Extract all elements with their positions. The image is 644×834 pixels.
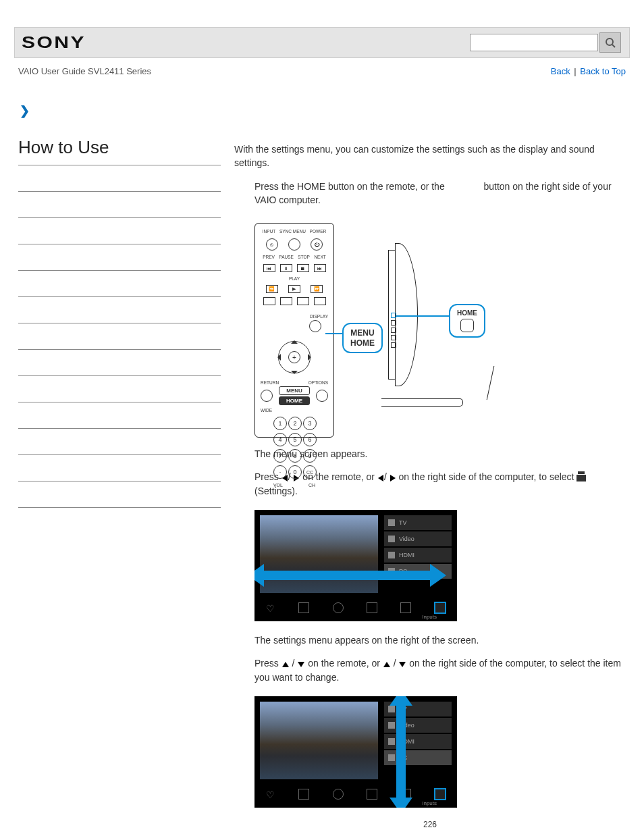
sidebar-divider bbox=[18, 454, 221, 455]
sidebar-heading: How to Use bbox=[18, 137, 221, 158]
sidebar-divider bbox=[18, 402, 221, 402]
sidebar-divider bbox=[18, 270, 221, 271]
sidebar: How to Use bbox=[18, 125, 221, 829]
remote-num-cc: CC bbox=[303, 465, 317, 479]
remote-label-display: DISPLAY bbox=[310, 314, 328, 319]
search-icon bbox=[605, 37, 616, 48]
diagram-row: INPUT SYNC MENU POWER ⎋⏻ PREV PAUSE STOP… bbox=[234, 219, 626, 447]
screenshot-inputs-label: Inputs bbox=[422, 800, 437, 806]
step1-text-a: Press the HOME button on the remote, or … bbox=[254, 181, 448, 192]
sidebar-divider bbox=[18, 428, 221, 429]
remote-num-6: 6 bbox=[303, 433, 317, 446]
menu-screenshot-horizontal: TV Video HDMI PC ♡ Inputs bbox=[254, 510, 457, 621]
callout-monitor-home-label: HOME bbox=[457, 309, 477, 317]
sidebar-divider bbox=[18, 217, 221, 218]
horizontal-arrow-overlay bbox=[263, 571, 431, 580]
arrow-down-icon bbox=[399, 662, 406, 667]
screenshot-preview-image bbox=[260, 515, 378, 593]
sidebar-divider bbox=[18, 191, 221, 192]
back-to-top-link[interactable]: Back to Top bbox=[580, 66, 626, 76]
remote-label-sync: SYNC MENU bbox=[279, 229, 306, 234]
callout-menu-label: MENU bbox=[350, 328, 375, 338]
sidebar-divider bbox=[18, 165, 221, 165]
back-link[interactable]: Back bbox=[551, 66, 570, 76]
arrow-down-icon bbox=[298, 662, 304, 667]
callout-line bbox=[325, 333, 342, 334]
screenshot-inputs-icon bbox=[435, 602, 446, 613]
sidebar-divider bbox=[18, 323, 221, 323]
nav-links: Back | Back to Top bbox=[551, 66, 626, 76]
remote-vol-label: VOL bbox=[273, 483, 283, 488]
header-bar: SONY bbox=[14, 27, 630, 58]
page-number: 226 bbox=[234, 820, 626, 829]
sidebar-divider bbox=[18, 375, 221, 376]
remote-num-dot: · bbox=[273, 465, 287, 479]
sidebar-divider bbox=[18, 481, 221, 481]
callout-line bbox=[396, 315, 449, 317]
menu-item-video: Video bbox=[399, 536, 414, 542]
remote-home-button: HOME bbox=[279, 396, 310, 405]
remote-num-2: 2 bbox=[288, 417, 302, 430]
remote-diagram: INPUT SYNC MENU POWER ⎋⏻ PREV PAUSE STOP… bbox=[254, 223, 334, 438]
screenshot-preview-image bbox=[260, 702, 378, 779]
remote-label-pause: PAUSE bbox=[279, 255, 294, 259]
chevron-right-icon: ❯ bbox=[20, 103, 630, 118]
remote-num-5: 5 bbox=[288, 433, 302, 446]
step2-text-b: on the right side of the computer, to se… bbox=[399, 471, 577, 482]
search-button[interactable] bbox=[599, 32, 621, 53]
monitor-callout: HOME bbox=[449, 304, 485, 338]
brand-logo: SONY bbox=[22, 33, 86, 52]
remote-label-wide: WIDE bbox=[261, 408, 272, 413]
screenshot-inputs-label: Inputs bbox=[422, 614, 437, 620]
breadcrumb-row: VAIO User Guide SVL2411 Series Back | Ba… bbox=[14, 58, 630, 76]
svg-line-1 bbox=[612, 45, 615, 47]
callout-home-label: HOME bbox=[350, 338, 375, 348]
screenshot-menu-list: TV Video HDMI PC bbox=[384, 702, 452, 783]
sidebar-divider bbox=[18, 507, 221, 508]
guide-title: VAIO User Guide SVL2411 Series bbox=[18, 66, 151, 76]
remote-label-return: RETURN bbox=[261, 380, 279, 385]
step-1: Press the HOME button on the remote, or … bbox=[234, 180, 626, 207]
menu-item-hdmi: HDMI bbox=[399, 552, 414, 558]
step-2-result: The settings menu appears on the right o… bbox=[234, 633, 626, 684]
remote-num-0: 0 bbox=[288, 465, 302, 479]
menu-item-tv: TV bbox=[399, 519, 407, 526]
remote-label-stop: STOP bbox=[298, 255, 310, 259]
arrow-up-icon bbox=[282, 662, 289, 667]
remote-label-power: POWER bbox=[310, 229, 327, 234]
remote-label-next: NEXT bbox=[314, 255, 325, 259]
sidebar-divider bbox=[18, 349, 221, 350]
settings-icon bbox=[576, 475, 586, 481]
remote-label-prev: PREV bbox=[263, 255, 275, 259]
sidebar-divider bbox=[18, 244, 221, 244]
remote-label-options: OPTIONS bbox=[308, 380, 328, 385]
remote-num-1: 1 bbox=[273, 417, 287, 430]
remote-numpad: 1 2 3 4 5 6 7 8 9 · 0 CC bbox=[261, 417, 328, 479]
remote-menu-button: MENU bbox=[279, 386, 310, 395]
remote-num-4: 4 bbox=[273, 433, 287, 446]
remote-label-play: PLAY bbox=[261, 276, 328, 281]
arrow-left-icon bbox=[378, 475, 383, 481]
remote-label-input: INPUT bbox=[263, 229, 276, 234]
svg-point-0 bbox=[606, 38, 613, 45]
step3-text-mid: on the remote, or bbox=[308, 658, 383, 669]
search-box bbox=[470, 32, 621, 53]
remote-num-9: 9 bbox=[303, 449, 317, 463]
remote-num-3: 3 bbox=[303, 417, 317, 430]
main-content: With the settings menu, you can customiz… bbox=[221, 125, 626, 829]
search-input[interactable] bbox=[470, 34, 598, 51]
step3-text-a: Press bbox=[254, 658, 281, 669]
nav-separator: | bbox=[574, 66, 576, 76]
remote-num-8: 8 bbox=[288, 449, 302, 463]
screenshot-inputs-icon bbox=[435, 789, 446, 800]
monitor-diagram: HOME bbox=[375, 243, 510, 419]
step2-after-text: The settings menu appears on the right o… bbox=[254, 633, 626, 647]
remote-num-7: 7 bbox=[273, 449, 287, 463]
arrow-right-icon bbox=[390, 475, 396, 481]
remote-dpad: + bbox=[274, 337, 315, 377]
sidebar-divider bbox=[18, 296, 221, 297]
vertical-arrow-overlay bbox=[396, 704, 406, 799]
arrow-up-icon bbox=[383, 662, 390, 667]
remote-ch-label: CH bbox=[308, 483, 315, 488]
intro-text: With the settings menu, you can customiz… bbox=[234, 142, 626, 170]
